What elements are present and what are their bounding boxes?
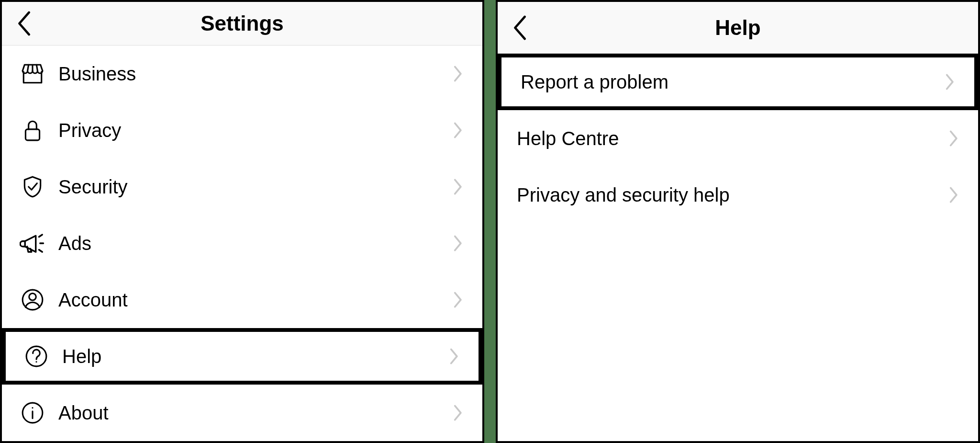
back-button[interactable] bbox=[512, 15, 529, 40]
help-item-label: Help Centre bbox=[517, 128, 949, 149]
back-button[interactable] bbox=[16, 11, 33, 36]
chevron-left-icon bbox=[16, 11, 33, 36]
chevron-right-icon bbox=[454, 405, 466, 421]
chevron-left-icon bbox=[512, 15, 529, 40]
settings-item-label: Account bbox=[58, 289, 454, 311]
megaphone-icon bbox=[18, 230, 47, 256]
settings-item-about[interactable]: About bbox=[2, 385, 482, 441]
chevron-right-icon bbox=[454, 122, 466, 138]
settings-list: Business Privacy Security Ads Account bbox=[2, 45, 482, 441]
chevron-right-icon bbox=[949, 130, 962, 147]
help-item-help-centre[interactable]: Help Centre bbox=[498, 110, 978, 167]
svg-point-8 bbox=[29, 293, 36, 300]
panel-divider bbox=[484, 0, 496, 443]
shield-icon bbox=[18, 175, 47, 199]
help-panel: Help Report a problem Help Centre Privac… bbox=[496, 0, 980, 443]
chevron-right-icon bbox=[454, 66, 466, 82]
help-item-report-a-problem[interactable]: Report a problem bbox=[498, 54, 978, 110]
settings-item-label: Business bbox=[58, 63, 454, 85]
help-title: Help bbox=[715, 16, 760, 40]
help-header: Help bbox=[498, 2, 978, 54]
lock-icon bbox=[18, 118, 47, 142]
settings-item-label: Ads bbox=[58, 233, 454, 254]
settings-item-account[interactable]: Account bbox=[2, 272, 482, 328]
svg-line-0 bbox=[28, 65, 29, 71]
settings-item-label: Security bbox=[58, 176, 454, 198]
chevron-right-icon bbox=[949, 187, 962, 203]
chevron-right-icon bbox=[946, 74, 958, 90]
settings-item-label: About bbox=[58, 402, 454, 424]
chevron-right-icon bbox=[450, 348, 462, 364]
settings-item-business[interactable]: Business bbox=[2, 45, 482, 102]
chevron-right-icon bbox=[454, 179, 466, 195]
svg-line-6 bbox=[39, 250, 43, 252]
svg-rect-3 bbox=[25, 129, 39, 140]
chevron-right-icon bbox=[454, 235, 466, 251]
help-item-label: Report a problem bbox=[521, 71, 946, 93]
svg-point-12 bbox=[32, 407, 33, 409]
chevron-right-icon bbox=[454, 292, 466, 308]
settings-title: Settings bbox=[200, 11, 284, 35]
storefront-icon bbox=[18, 62, 47, 86]
svg-line-2 bbox=[36, 65, 37, 71]
settings-item-help[interactable]: Help bbox=[2, 328, 482, 385]
settings-header: Settings bbox=[2, 2, 482, 45]
settings-item-label: Privacy bbox=[58, 120, 454, 141]
app-container: Settings Business Privacy Security Ads bbox=[0, 0, 980, 443]
help-item-privacy-and-security-help[interactable]: Privacy and security help bbox=[498, 167, 978, 223]
settings-item-ads[interactable]: Ads bbox=[2, 215, 482, 272]
question-icon bbox=[22, 344, 51, 368]
settings-item-label: Help bbox=[62, 346, 450, 367]
user-circle-icon bbox=[18, 288, 47, 312]
settings-panel: Settings Business Privacy Security Ads bbox=[0, 0, 484, 443]
svg-line-4 bbox=[39, 235, 43, 237]
help-item-label: Privacy and security help bbox=[517, 184, 949, 206]
info-icon bbox=[18, 401, 47, 425]
help-list: Report a problem Help Centre Privacy and… bbox=[498, 54, 978, 441]
settings-item-privacy[interactable]: Privacy bbox=[2, 102, 482, 159]
settings-item-security[interactable]: Security bbox=[2, 159, 482, 215]
svg-point-10 bbox=[35, 361, 37, 363]
